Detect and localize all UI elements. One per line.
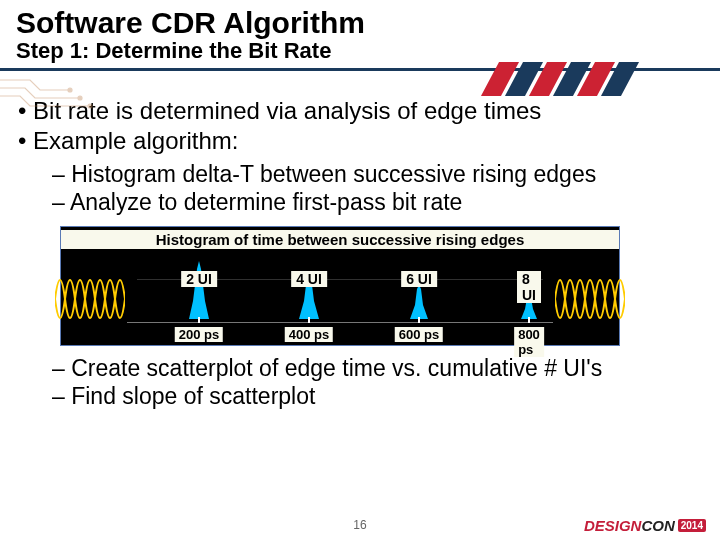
- bullet-2: • Example algorithm:: [18, 127, 702, 155]
- logo-design: DESIGN: [584, 517, 642, 534]
- histogram-chart: Histogram of time between successive ris…: [60, 226, 620, 346]
- svg-point-1: [78, 96, 82, 100]
- svg-point-0: [68, 88, 72, 92]
- logo-year: 2014: [678, 519, 706, 532]
- ui-labels-row: 2 UI 4 UI 6 UI 8 UI: [127, 271, 553, 289]
- ui-label: 8 UI: [517, 271, 541, 303]
- ps-label: 400 ps: [285, 327, 333, 342]
- svg-marker-5: [410, 285, 428, 319]
- designcon-logo: DESIGNCON 2014: [584, 517, 706, 534]
- sub-bullets-2: – Create scatterplot of edge time vs. cu…: [0, 352, 720, 410]
- page-number: 16: [353, 518, 366, 532]
- sub-bullet-1: – Histogram delta-T between successive r…: [52, 161, 702, 188]
- svg-point-2: [88, 104, 92, 108]
- ps-label: 800 ps: [514, 327, 544, 357]
- slide-header: Software CDR Algorithm Step 1: Determine…: [0, 0, 720, 71]
- waveform-left: [55, 251, 125, 345]
- slide-title: Software CDR Algorithm: [16, 6, 704, 40]
- slide-subtitle: Step 1: Determine the Bit Rate: [16, 38, 704, 64]
- chart-container: Histogram of time between successive ris…: [60, 226, 690, 346]
- ps-label: 200 ps: [175, 327, 223, 342]
- sub-bullets-1: – Histogram delta-T between successive r…: [18, 161, 702, 216]
- sub-bullet-4: – Find slope of scatterplot: [52, 383, 668, 410]
- sub-bullet-2: – Analyze to determine first-pass bit ra…: [52, 189, 702, 216]
- logo-con: CON: [641, 517, 674, 534]
- sub-bullet-3: – Create scatterplot of edge time vs. cu…: [52, 355, 668, 382]
- chart-title: Histogram of time between successive ris…: [61, 230, 619, 249]
- circuit-decoration: [0, 72, 140, 112]
- ps-labels-row: 200 ps 400 ps 600 ps 800 ps: [127, 327, 553, 343]
- ps-label: 600 ps: [395, 327, 443, 342]
- svg-marker-3: [189, 261, 209, 319]
- bullet-2-text: Example algorithm:: [33, 127, 238, 154]
- waveform-right: [555, 251, 625, 345]
- ui-label: 6 UI: [401, 271, 437, 287]
- header-stripes: [480, 62, 660, 96]
- ui-label: 4 UI: [291, 271, 327, 287]
- ui-label: 2 UI: [181, 271, 217, 287]
